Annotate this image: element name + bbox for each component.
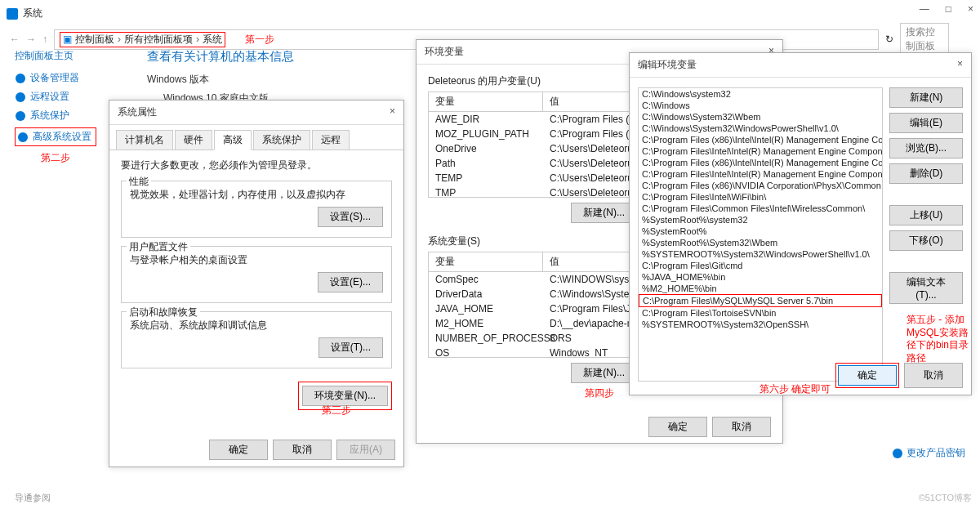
page-heading: 查看有关计算机的基本信息 — [147, 49, 294, 65]
list-item[interactable]: C:\Windows\System32\WindowsPowerShell\v1… — [639, 123, 882, 134]
step3-label: 第三步 — [322, 404, 351, 417]
ok-button[interactable]: 确定 — [209, 440, 268, 460]
admin-note: 要进行大多数更改，您必须作为管理员登录。 — [121, 159, 392, 172]
list-item[interactable]: %SystemRoot%\System32\Wbem — [639, 237, 882, 248]
list-item[interactable]: C:\Program Files (x86)\Intel\Intel(R) Ma… — [639, 157, 882, 168]
tab-remote[interactable]: 远程 — [312, 130, 350, 150]
path-new-button[interactable]: 新建(N) — [889, 87, 963, 108]
svg-point-2 — [16, 111, 25, 121]
list-item[interactable]: C:\Program Files\TortoiseSVN\bin — [639, 307, 882, 319]
performance-settings-button[interactable]: 设置(S)... — [318, 207, 383, 227]
sidebar-device-manager[interactable]: 设备管理器 — [15, 71, 96, 85]
shield-icon — [15, 92, 26, 103]
search-input[interactable]: 搜索控制面板 — [900, 23, 949, 56]
list-item[interactable]: %SystemRoot% — [639, 225, 882, 237]
list-item[interactable]: %JAVA_HOME%\bin — [639, 271, 882, 283]
edit-cancel-button[interactable]: 取消 — [904, 363, 963, 388]
shield-icon — [15, 73, 26, 84]
startup-recovery-group: 启动和故障恢复 系统启动、系统故障和调试信息 设置(T)... — [121, 311, 392, 368]
svg-point-1 — [16, 92, 25, 102]
sidebar-system-protection[interactable]: 系统保护 — [15, 109, 96, 123]
dialog-title: 系统属性 — [118, 105, 157, 119]
maximize-button[interactable]: □ — [946, 3, 951, 15]
tab-hardware[interactable]: 硬件 — [175, 130, 212, 150]
list-item[interactable]: C:\Program Files\Git\cmd — [639, 260, 882, 271]
shield-icon — [17, 132, 29, 143]
cancel-button[interactable]: 取消 — [273, 440, 332, 460]
nav-forward-icon[interactable]: → — [26, 33, 36, 45]
list-item[interactable]: %SYSTEMROOT%\System32\OpenSSH\ — [639, 319, 882, 330]
list-item[interactable]: C:\Program Files\Intel\Intel(R) Manageme… — [639, 168, 882, 180]
list-item[interactable]: C:\Program Files\MySQL\MySQL Server 5.7\… — [639, 295, 881, 306]
apply-button[interactable]: 应用(A) — [336, 440, 395, 460]
path-up-button[interactable]: 上移(U) — [889, 205, 963, 225]
tab-advanced[interactable]: 高级 — [214, 130, 252, 150]
window-controls: — □ × — [920, 3, 973, 15]
sidebar-advanced-settings[interactable]: 高级系统设置 — [15, 127, 96, 146]
list-item[interactable]: C:\Program Files (x86)\NVIDIA Corporatio… — [639, 180, 882, 191]
tab-system-protection[interactable]: 系统保护 — [253, 130, 310, 150]
list-item[interactable]: C:\Program Files\Intel\Intel(R) Manageme… — [639, 145, 882, 157]
close-button[interactable]: × — [968, 3, 973, 15]
svg-point-3 — [18, 132, 28, 142]
close-icon[interactable]: × — [390, 105, 395, 119]
edit-ok-button[interactable]: 确定 — [838, 365, 897, 386]
list-item[interactable]: C:\Windows\System32\Wbem — [639, 111, 882, 123]
change-product-key-link[interactable]: 更改产品密钥 — [892, 446, 965, 460]
tab-computer-name[interactable]: 计算机名 — [116, 130, 173, 150]
path-edit-button[interactable]: 编辑(E) — [889, 113, 963, 133]
list-item[interactable]: C:\Program Files\Intel\WiFi\bin\ — [639, 191, 882, 203]
tabs: 计算机名 硬件 高级 系统保护 远程 — [109, 125, 403, 150]
user-new-button[interactable]: 新建(N)... — [571, 203, 637, 223]
refresh-icon[interactable]: ↻ — [885, 33, 893, 45]
shield-icon — [892, 448, 903, 459]
list-item[interactable]: C:\Windows — [639, 100, 882, 111]
env-cancel-button[interactable]: 取消 — [712, 417, 771, 437]
path-delete-button[interactable]: 删除(D) — [889, 163, 963, 184]
list-item[interactable]: %SystemRoot%\system32 — [639, 214, 882, 225]
nav-back-icon[interactable]: ← — [10, 33, 20, 45]
step1-label: 第一步 — [245, 33, 274, 47]
app-icon — [7, 8, 18, 20]
windows-version-label: Windows 版本 — [147, 73, 294, 87]
svg-point-4 — [893, 449, 902, 458]
performance-group: 性能 视觉效果，处理器计划，内存使用，以及虚拟内存 设置(S)... — [121, 181, 392, 238]
dialog-title: 编辑环境变量 — [638, 58, 697, 72]
path-down-button[interactable]: 下移(O) — [889, 230, 963, 251]
profiles-settings-button[interactable]: 设置(E)... — [318, 272, 383, 292]
env-ok-button[interactable]: 确定 — [648, 417, 707, 437]
minimize-button[interactable]: — — [920, 3, 929, 15]
list-item[interactable]: %M2_HOME%\bin — [639, 283, 882, 294]
step2-label: 第二步 — [15, 151, 96, 165]
list-item[interactable]: C:\Program Files (x86)\Intel\Intel(R) Ma… — [639, 134, 882, 145]
sidebar: 控制面板主页 设备管理器 远程设置 系统保护 高级系统设置 第二步 — [15, 49, 96, 165]
step5-label: 第五步 - 添加MySQL安装路径下的bin目录路径 — [906, 314, 977, 364]
credit-text: ©51CTO博客 — [919, 492, 972, 504]
sys-new-button[interactable]: 新建(N)... — [571, 363, 637, 383]
list-item[interactable]: C:\Program Files\Common Files\Intel\Wire… — [639, 203, 882, 214]
see-also-label: 导通参阅 — [15, 492, 51, 504]
system-properties-dialog: 系统属性× 计算机名 硬件 高级 系统保护 远程 要进行大多数更改，您必须作为管… — [109, 100, 404, 467]
nav-up-icon[interactable]: ↑ — [42, 33, 47, 45]
window-title-text: 系统 — [23, 7, 42, 20]
close-icon[interactable]: × — [957, 58, 963, 72]
path-browse-button[interactable]: 浏览(B)... — [889, 138, 963, 159]
path-edit-text-button[interactable]: 编辑文本(T)... — [889, 272, 963, 304]
shield-icon — [15, 110, 26, 122]
startup-settings-button[interactable]: 设置(T)... — [318, 337, 383, 358]
window-titlebar: 系统 — [7, 7, 42, 20]
svg-point-0 — [16, 74, 25, 83]
sidebar-remote-settings[interactable]: 远程设置 — [15, 90, 96, 104]
step6-label: 第六步 确定即可 — [760, 382, 831, 396]
list-item[interactable]: C:\Windows\system32 — [639, 88, 882, 100]
list-item[interactable]: %SYSTEMROOT%\System32\WindowsPowerShell\… — [639, 248, 882, 260]
path-list[interactable]: C:\Windows\system32C:\WindowsC:\Windows\… — [638, 87, 883, 382]
dialog-title: 环境变量 — [425, 45, 464, 59]
user-profiles-group: 用户配置文件 与登录帐户相关的桌面设置 设置(E)... — [121, 246, 392, 303]
control-panel-home-link[interactable]: 控制面板主页 — [15, 49, 96, 63]
